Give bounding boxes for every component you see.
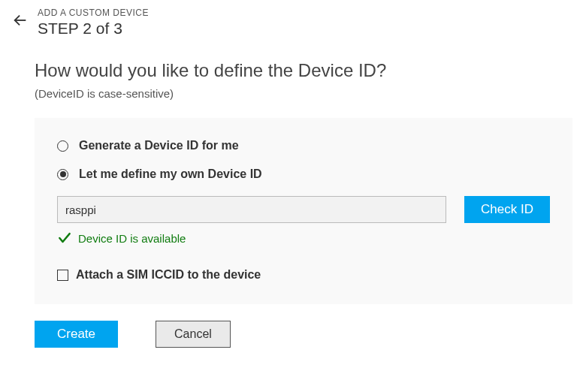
device-id-input[interactable] bbox=[57, 196, 446, 223]
options-card: Generate a Device ID for me Let me defin… bbox=[35, 118, 572, 304]
case-sensitive-note: (DeviceID is case-sensitive) bbox=[35, 87, 586, 100]
status-row: Device ID is available bbox=[57, 231, 550, 246]
radio-icon-selected bbox=[57, 169, 68, 180]
radio-define-label: Let me define my own Device ID bbox=[79, 167, 262, 181]
sim-checkbox-label: Attach a SIM ICCID to the device bbox=[76, 268, 261, 282]
cancel-button[interactable]: Cancel bbox=[156, 321, 231, 348]
create-button[interactable]: Create bbox=[35, 321, 118, 348]
sim-checkbox-row[interactable]: Attach a SIM ICCID to the device bbox=[57, 268, 550, 282]
checkbox-icon bbox=[57, 270, 68, 281]
radio-define[interactable]: Let me define my own Device ID bbox=[57, 167, 550, 181]
breadcrumb: ADD A CUSTOM DEVICE bbox=[38, 8, 149, 18]
page-question: How would you like to define the Device … bbox=[35, 60, 586, 81]
check-id-button[interactable]: Check ID bbox=[464, 196, 550, 223]
radio-generate-label: Generate a Device ID for me bbox=[79, 139, 239, 152]
radio-generate[interactable]: Generate a Device ID for me bbox=[57, 139, 550, 152]
step-title: STEP 2 of 3 bbox=[38, 20, 149, 38]
radio-icon bbox=[57, 140, 68, 152]
status-text: Device ID is available bbox=[78, 232, 186, 245]
back-arrow-icon[interactable] bbox=[12, 12, 29, 32]
checkmark-icon bbox=[57, 231, 72, 246]
